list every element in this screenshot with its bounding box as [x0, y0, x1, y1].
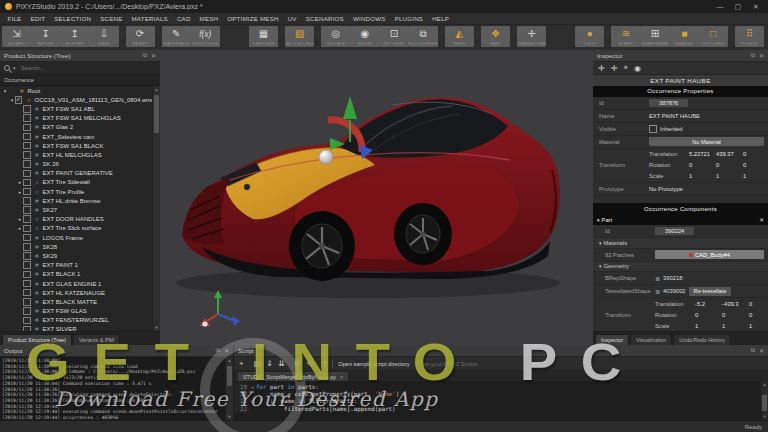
- float-panel-icon[interactable]: ⧉: [216, 347, 220, 354]
- tree-item[interactable]: SK 26: [0, 160, 153, 169]
- search-input[interactable]: [19, 64, 156, 72]
- tree-item[interactable]: EXT PAINT GENERATIVE: [0, 169, 153, 178]
- inspector-tool-icon[interactable]: ◉: [634, 64, 641, 73]
- z-value[interactable]: 0: [743, 151, 768, 157]
- y-value[interactable]: 0: [716, 162, 743, 168]
- toolbar-button[interactable]: [220, 26, 249, 40]
- tree-item[interactable]: EXT_Sideview cam: [0, 132, 153, 141]
- script-tool-icon[interactable]: ⟳: [295, 359, 302, 368]
- script-tool-icon[interactable]: +: [239, 359, 244, 368]
- x-value[interactable]: 0: [689, 162, 716, 168]
- visibility-checkbox[interactable]: [23, 160, 31, 168]
- menu-item[interactable]: MATERIALS: [127, 15, 172, 22]
- menu-item[interactable]: OPTIMIZE MESH: [223, 15, 283, 22]
- visibility-checkbox[interactable]: [23, 114, 31, 122]
- tree-scrollbar[interactable]: ▲ ▼: [152, 86, 160, 331]
- menu-item[interactable]: HELP: [428, 15, 454, 22]
- x-value[interactable]: -5.2: [695, 301, 722, 307]
- scroll-up-icon[interactable]: ▲: [228, 357, 232, 364]
- float-panel-icon[interactable]: ⧉: [751, 347, 755, 354]
- toolbar-button[interactable]: [438, 26, 445, 52]
- close-tab-icon[interactable]: ×: [340, 374, 343, 380]
- z-value[interactable]: 0: [749, 312, 768, 318]
- no-material-button[interactable]: No Material: [649, 137, 764, 146]
- name-value[interactable]: EXT PAINT HAUBE: [649, 113, 768, 119]
- tree-item[interactable]: EXT FSW GLAS: [0, 307, 153, 316]
- close-panel-icon[interactable]: ✕: [759, 52, 764, 59]
- tree-item[interactable]: SK27: [0, 205, 153, 214]
- tree-item[interactable]: EXT FSW SA1 MELCHGLAS: [0, 114, 153, 123]
- scroll-down-icon[interactable]: ▼: [228, 413, 232, 420]
- material-assignment-button[interactable]: CAD_Body#4: [655, 250, 764, 259]
- toolbar-button[interactable]: ⟳ RESET: [126, 26, 155, 47]
- inspector-tool-icon[interactable]: ✛: [598, 64, 605, 73]
- menu-item[interactable]: EDIT: [26, 15, 50, 22]
- tree-item[interactable]: ▸ EXT Tire Sidewall: [0, 178, 153, 187]
- z-value[interactable]: 0: [743, 162, 768, 168]
- viewport-canvas[interactable]: [160, 50, 593, 345]
- visibility-checkbox[interactable]: [23, 142, 31, 150]
- y-value[interactable]: 1: [716, 173, 743, 179]
- toolbar-button[interactable]: [510, 26, 517, 52]
- fold-icon[interactable]: ⊟: [249, 398, 256, 404]
- visibility-checkbox[interactable]: [23, 243, 31, 251]
- visibility-checkbox[interactable]: [23, 197, 31, 205]
- visibility-checkbox[interactable]: [23, 170, 31, 178]
- tree-item[interactable]: EXT HL dritte Bremse: [0, 196, 153, 205]
- script-tool-icon[interactable]: ¶: [323, 359, 327, 368]
- toolbar-button[interactable]: [728, 26, 735, 52]
- visibility-checkbox[interactable]: [23, 252, 31, 260]
- toolbar-button[interactable]: [155, 26, 162, 52]
- toolbar-button[interactable]: ⊞ WIREFRAME: [641, 26, 670, 47]
- visibility-checkbox[interactable]: [23, 298, 31, 306]
- toolbar-button[interactable]: [119, 26, 126, 52]
- tree-item[interactable]: EXT FENSTERWURZEL: [0, 316, 153, 325]
- menu-item[interactable]: PLUGINS: [390, 15, 428, 22]
- z-value[interactable]: 1: [743, 173, 768, 179]
- menu-item[interactable]: WINDOWS: [348, 15, 390, 22]
- y-value[interactable]: -439.3: [722, 301, 749, 307]
- log-scroll-area[interactable]: [2019/11/20 11:30:00][2019/11/20 11:30:0…: [0, 357, 233, 420]
- script-scrollbar[interactable]: ▲ ▼: [761, 381, 768, 420]
- visibility-checkbox[interactable]: [23, 307, 31, 315]
- minimize-button[interactable]: —: [713, 3, 727, 10]
- tree-item[interactable]: EXT BLACK MATTE: [0, 297, 153, 306]
- re-tessellate-button[interactable]: Re-tessellate: [689, 287, 732, 296]
- script-tool-icon[interactable]: ⇓: [266, 359, 273, 368]
- tree-item[interactable]: EXT FSW SA1 BLACK: [0, 141, 153, 150]
- close-panel-icon[interactable]: ✕: [759, 347, 764, 354]
- x-value[interactable]: 1: [695, 323, 722, 329]
- open-sample-script-link[interactable]: Open sample script directory: [338, 361, 409, 367]
- toolbar-button[interactable]: [546, 26, 575, 40]
- toolbar-button[interactable]: ● 100%: [575, 26, 604, 47]
- tree-item[interactable]: ▸ EXT DOOR HANDLES: [0, 215, 153, 224]
- toolbar-button[interactable]: [278, 26, 285, 52]
- float-panel-icon[interactable]: ⧉: [751, 52, 755, 59]
- menu-item[interactable]: CAD: [172, 15, 195, 22]
- share-scripts-link[interactable]: Share your PiXYZ Scripts: [415, 361, 478, 367]
- menu-item[interactable]: SCENARIOS: [301, 15, 348, 22]
- toolbar-button[interactable]: ◎ ISOLATE: [321, 26, 350, 47]
- tree-item[interactable]: ▾ Root: [0, 86, 153, 95]
- visibility-checkbox[interactable]: [23, 234, 31, 242]
- toolbar-button[interactable]: ⠿ POINTS: [735, 26, 764, 47]
- script-file-tab[interactable]: STUDIO_ScriptMergePartsByName.py ×: [238, 372, 348, 381]
- float-panel-icon[interactable]: ⧉: [143, 52, 147, 59]
- inspector-tool-icon[interactable]: ⌖: [623, 63, 628, 73]
- visibility-checkbox[interactable]: [23, 105, 31, 113]
- maximize-button[interactable]: ▢: [731, 3, 745, 11]
- tree-item[interactable]: SK29: [0, 251, 153, 260]
- visibility-checkbox[interactable]: [23, 261, 31, 269]
- tree-item[interactable]: ▾ OCC18_V01_ASM_181113_GEN_0804.wire: [0, 95, 153, 104]
- script-tool-icon[interactable]: ⇊: [278, 359, 285, 368]
- search-filter-caret-icon[interactable]: ▾: [13, 65, 16, 71]
- remove-component-icon[interactable]: ✕: [759, 217, 764, 223]
- scroll-up-icon[interactable]: ▲: [763, 382, 767, 387]
- left-panel-tab[interactable]: Product Structure (Tree): [2, 334, 72, 345]
- tessellatedshape-value[interactable]: 4039002: [663, 288, 686, 294]
- toolbar-button[interactable]: ⇲ WIZARD: [2, 26, 31, 47]
- close-panel-icon[interactable]: ✕: [151, 52, 156, 59]
- visibility-checkbox[interactable]: [23, 206, 31, 214]
- menu-item[interactable]: MESH: [195, 15, 223, 22]
- visibility-checkbox[interactable]: [23, 280, 31, 288]
